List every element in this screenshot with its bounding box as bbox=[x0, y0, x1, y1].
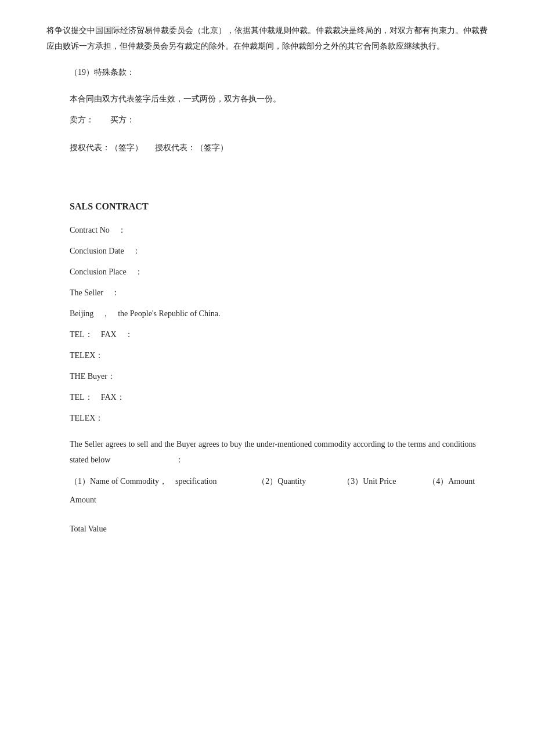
closing-para: 本合同由双方代表签字后生效，一式两份，双方各执一份。 bbox=[70, 91, 488, 107]
chinese-para-1: 将争议提交中国国际经济贸易仲裁委员会（北京），依据其仲裁规则仲裁。仲裁裁决是终局… bbox=[46, 23, 488, 54]
conclusion-place-field: Conclusion Place ： bbox=[70, 264, 488, 280]
beijing-field: Beijing ， the People's Republic of China… bbox=[70, 306, 488, 322]
clause-19-label: （19）特殊条款： bbox=[70, 64, 488, 81]
commodity-col3: （3）Unit Price bbox=[342, 473, 428, 490]
telex-field: TELEX： bbox=[70, 348, 488, 364]
tel-fax2-field: TEL： FAX： bbox=[70, 389, 488, 406]
spacer-1 bbox=[70, 133, 488, 140]
clause-19-section: （19）特殊条款： bbox=[70, 64, 488, 81]
spacer-2 bbox=[46, 161, 488, 184]
english-contract-section: SALS CONTRACT Contract No ： Conclusion D… bbox=[46, 201, 488, 537]
seller-field: The Seller ： bbox=[70, 285, 488, 301]
intro-para: The Seller agrees to sell and the Buyer … bbox=[46, 437, 488, 468]
spacer-3 bbox=[46, 431, 488, 437]
contract-title: SALS CONTRACT bbox=[70, 201, 488, 212]
total-value-row: Total Value bbox=[70, 521, 488, 537]
commodity-col2: （2）Quantity bbox=[257, 473, 342, 490]
amount-label-row: Amount bbox=[70, 492, 488, 508]
buyer-field: THE Buyer： bbox=[70, 368, 488, 385]
conclusion-date-field: Conclusion Date ： bbox=[70, 243, 488, 259]
spacer-4 bbox=[46, 513, 488, 521]
commodity-col4: （4）Amount bbox=[428, 473, 488, 490]
seller-buyer-row: 卖方： 买方： bbox=[70, 112, 488, 128]
page-container: 将争议提交中国国际经济贸易仲裁委员会（北京），依据其仲裁规则仲裁。仲裁裁决是终局… bbox=[0, 0, 534, 756]
commodity-header-row: （1）Name of Commodity， specification （2）Q… bbox=[70, 473, 488, 490]
tel-fax-field: TEL： FAX ： bbox=[70, 327, 488, 343]
authorized-rep-row: 授权代表：（签字） 授权代表：（签字） bbox=[70, 140, 488, 156]
commodity-col1: （1）Name of Commodity， specification bbox=[70, 473, 257, 490]
contract-no-field: Contract No ： bbox=[70, 222, 488, 238]
telex2-field: TELEX： bbox=[70, 410, 488, 426]
closing-section: 本合同由双方代表签字后生效，一式两份，双方各执一份。 卖方： 买方： 授权代表：… bbox=[70, 91, 488, 156]
